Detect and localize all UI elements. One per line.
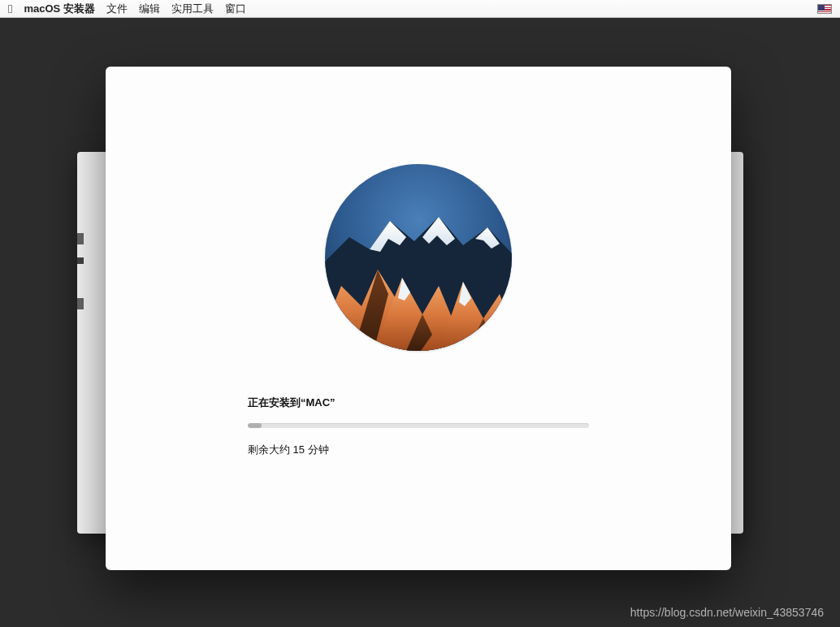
watermark-text: https://blog.csdn.net/weixin_43853746 <box>630 606 824 619</box>
install-progress-bar <box>248 423 589 428</box>
background-window-marker <box>77 233 84 244</box>
install-time-remaining: 剩余大约 15 分钟 <box>248 443 589 457</box>
apple-menu-icon[interactable]:  <box>8 2 12 15</box>
installer-window: 正在安装到“MAC” 剩余大约 15 分钟 <box>106 67 731 570</box>
background-window-marker <box>77 298 84 309</box>
menubar:  macOS 安装器 文件 编辑 实用工具 窗口 <box>0 0 840 18</box>
menu-edit[interactable]: 编辑 <box>139 2 160 16</box>
menu-window[interactable]: 窗口 <box>225 2 246 16</box>
install-status-text: 正在安装到“MAC” <box>248 396 589 410</box>
menu-file[interactable]: 文件 <box>106 2 128 16</box>
sierra-mountain-icon <box>325 164 512 351</box>
background-window-marker <box>77 257 84 264</box>
install-progress-fill <box>248 423 262 428</box>
app-name[interactable]: macOS 安装器 <box>24 2 94 16</box>
menu-utilities[interactable]: 实用工具 <box>171 2 214 16</box>
install-status-block: 正在安装到“MAC” 剩余大约 15 分钟 <box>248 396 589 457</box>
input-source-flag-icon[interactable] <box>817 4 832 14</box>
os-hero-image <box>325 164 512 351</box>
desktop-background: 正在安装到“MAC” 剩余大约 15 分钟 https://blog.csdn.… <box>0 18 840 627</box>
